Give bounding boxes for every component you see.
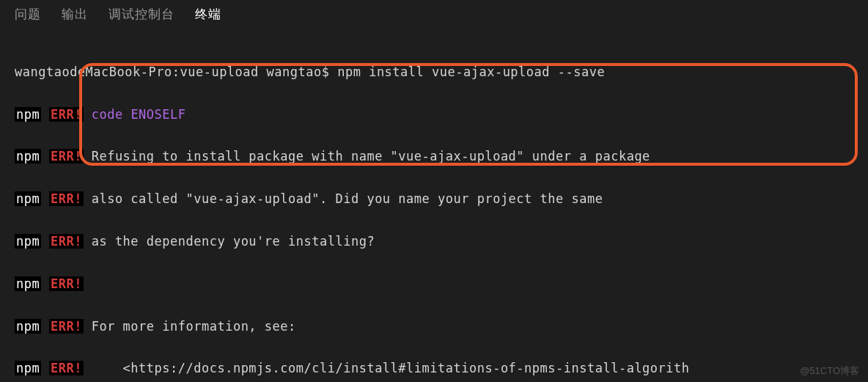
tab-terminal[interactable]: 终端 bbox=[195, 6, 221, 23]
watermark: @51CTO博客 bbox=[800, 364, 859, 378]
terminal-line: npm ERR! <https://docs.npmjs.com/cli/ins… bbox=[15, 358, 853, 379]
npm-label: npm bbox=[15, 149, 41, 164]
err-label: ERR! bbox=[49, 107, 84, 122]
npm-label: npm bbox=[15, 361, 41, 375]
tab-debug-console[interactable]: 调试控制台 bbox=[108, 6, 174, 23]
err-label: ERR! bbox=[49, 191, 84, 206]
tab-output[interactable]: 输出 bbox=[62, 6, 88, 23]
terminal-command: npm install vue-ajax-upload --save bbox=[337, 65, 605, 79]
npm-label: npm bbox=[15, 191, 41, 206]
err-label: ERR! bbox=[49, 234, 84, 249]
err-message: For more information, see: bbox=[92, 319, 296, 334]
prompt-path: vue-upload bbox=[180, 65, 258, 79]
prompt-dollar: $ bbox=[322, 65, 337, 79]
err-label: ERR! bbox=[49, 149, 84, 164]
terminal-line: wangtaodeMacBook-Pro:vue-upload wangtao$… bbox=[15, 62, 853, 83]
prompt-separator: : bbox=[172, 65, 180, 79]
terminal-line: npm ERR! bbox=[15, 273, 853, 295]
npm-label: npm bbox=[15, 107, 41, 122]
terminal-line: npm ERR! For more information, see: bbox=[15, 316, 853, 337]
terminal-line: npm ERR! code ENOSELF bbox=[15, 104, 853, 125]
err-code-key: code bbox=[92, 107, 123, 122]
npm-label: npm bbox=[15, 319, 41, 334]
err-message: also called "vue-ajax-upload". Did you n… bbox=[92, 191, 603, 206]
terminal-line: npm ERR! Refusing to install package wit… bbox=[15, 146, 853, 167]
err-message: as the dependency you're installing? bbox=[92, 234, 375, 249]
err-code-value: ENOSELF bbox=[130, 107, 185, 122]
terminal-line: npm ERR! also called "vue-ajax-upload". … bbox=[15, 188, 853, 210]
terminal-line: npm ERR! as the dependency you're instal… bbox=[15, 231, 853, 252]
tab-problems[interactable]: 问题 bbox=[15, 6, 41, 23]
panel-tabs: 问题 输出 调试控制台 终端 bbox=[0, 0, 868, 30]
prompt-user: wangtao bbox=[267, 65, 322, 79]
npm-label: npm bbox=[15, 276, 41, 291]
err-label: ERR! bbox=[49, 361, 84, 375]
prompt-host: wangtaodeMacBook-Pro bbox=[15, 65, 172, 79]
npm-label: npm bbox=[15, 234, 41, 249]
err-label: ERR! bbox=[49, 319, 84, 334]
err-label: ERR! bbox=[49, 276, 84, 291]
terminal-output[interactable]: wangtaodeMacBook-Pro:vue-upload wangtao$… bbox=[0, 30, 868, 382]
err-message: <https://docs.npmjs.com/cli/install#limi… bbox=[92, 361, 690, 375]
err-message: Refusing to install package with name "v… bbox=[92, 149, 650, 164]
